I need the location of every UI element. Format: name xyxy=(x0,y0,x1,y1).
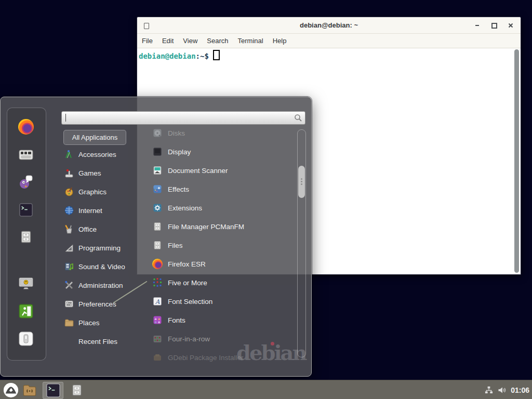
file-cabinet-icon xyxy=(19,230,33,244)
app-list-scrollbar-track[interactable] xyxy=(297,129,306,357)
volume-icon[interactable] xyxy=(497,385,507,395)
sidebar-log-out-button[interactable] xyxy=(18,303,34,319)
app-item-disks[interactable]: Disks xyxy=(152,124,292,142)
sidebar-pidgin-button[interactable] xyxy=(18,174,34,190)
app-label: File Manager PCManFM xyxy=(168,223,244,231)
desktop: debian@debian: ~ File Edit View Search T… xyxy=(0,0,532,399)
taskbar-file-manager-button[interactable] xyxy=(69,382,85,398)
terminal-icon xyxy=(19,203,33,217)
app-label: Document Scanner xyxy=(168,167,228,175)
display-icon xyxy=(152,147,163,157)
category-label: Accessories xyxy=(78,151,116,158)
sidebar-shut-down-button[interactable] xyxy=(18,331,34,347)
taskbar-terminal-button[interactable] xyxy=(43,382,63,399)
sidebar-lock-screen-button[interactable] xyxy=(18,276,34,291)
all-applications-label: All Applications xyxy=(72,134,117,141)
category-label: Programming xyxy=(78,244,121,252)
terminal-scrollbar[interactable] xyxy=(514,49,519,273)
clock[interactable]: 01:06 xyxy=(511,386,529,394)
category-label: Administration xyxy=(78,282,123,289)
minimize-icon xyxy=(475,25,479,26)
app-label: Fonts xyxy=(168,316,185,324)
file-cabinet-icon xyxy=(152,221,163,232)
app-label: Four-in-a-row xyxy=(168,335,210,343)
category-item-recent-files[interactable]: Recent Files xyxy=(64,332,142,351)
minimize-button[interactable] xyxy=(473,21,481,30)
terminal-menubar: File Edit View Search Terminal Help xyxy=(137,34,521,48)
category-item-games[interactable]: Games xyxy=(64,164,142,182)
software-keys-icon xyxy=(18,147,34,163)
app-item-five-or-more[interactable]: Five or More xyxy=(152,273,292,292)
app-label: Disks xyxy=(168,129,185,137)
menu-file[interactable]: File xyxy=(137,34,157,48)
close-icon xyxy=(508,23,513,28)
disks-icon xyxy=(152,128,163,138)
category-item-sound-video[interactable]: Sound & Video xyxy=(64,257,142,276)
app-label: Display xyxy=(168,148,191,156)
category-item-accessories[interactable]: Accessories xyxy=(64,145,142,164)
log-out-icon xyxy=(19,304,33,318)
folder-icon xyxy=(22,383,37,397)
app-item-files[interactable]: Files xyxy=(152,236,292,255)
scrollbar-grip-icon xyxy=(301,178,302,180)
category-label: Office xyxy=(78,225,97,233)
app-item-document-scanner[interactable]: Document Scanner xyxy=(152,161,292,180)
no-icon-spacer xyxy=(64,336,74,347)
app-label: Five or More xyxy=(168,279,207,287)
category-item-office[interactable]: Office xyxy=(64,220,142,238)
sidebar-files-button[interactable] xyxy=(18,229,34,245)
administration-icon xyxy=(64,280,74,290)
app-item-font-selection[interactable]: A Font Selection xyxy=(152,292,292,311)
taskbar-menu-button[interactable] xyxy=(3,382,19,398)
category-item-internet[interactable]: Internet xyxy=(64,201,142,220)
debian-swirl-dot-icon xyxy=(271,342,274,345)
prompt-user-host: debian@debian xyxy=(139,52,196,60)
four-in-a-row-icon xyxy=(152,334,163,344)
app-item-extensions[interactable]: Extensions xyxy=(152,198,292,217)
category-item-programming[interactable]: Programming xyxy=(64,238,142,257)
app-list-scrollbar-thumb[interactable] xyxy=(298,166,305,198)
sidebar-software-button[interactable] xyxy=(18,147,34,163)
pidgin-icon xyxy=(18,174,34,190)
maximize-button[interactable] xyxy=(490,21,498,30)
category-item-graphics[interactable]: Graphics xyxy=(64,182,142,201)
all-applications-button[interactable]: All Applications xyxy=(63,130,126,145)
category-label: Recent Files xyxy=(78,338,117,345)
app-item-display[interactable]: Display xyxy=(152,142,292,161)
sidebar-firefox-button[interactable] xyxy=(18,119,34,135)
shell-prompt: debian@debian:~$ xyxy=(139,50,220,60)
terminal-cursor xyxy=(213,50,220,60)
menu-view[interactable]: View xyxy=(178,34,202,48)
sidebar-terminal-button[interactable] xyxy=(18,202,34,218)
preferences-icon xyxy=(64,299,74,309)
shut-down-icon xyxy=(18,331,34,347)
terminal-icon xyxy=(46,383,60,397)
document-scanner-icon xyxy=(152,165,163,176)
category-label: Games xyxy=(78,169,101,177)
close-button[interactable] xyxy=(507,21,515,30)
category-label: Preferences xyxy=(78,300,116,308)
menu-edit[interactable]: Edit xyxy=(157,34,178,48)
terminal-titlebar[interactable]: debian@debian: ~ xyxy=(137,17,521,34)
category-item-places[interactable]: Places xyxy=(64,313,142,332)
extensions-gear-icon xyxy=(152,203,163,213)
network-icon[interactable] xyxy=(484,385,493,394)
category-item-preferences[interactable]: Preferences xyxy=(64,295,142,313)
svg-text:a: a xyxy=(155,320,157,324)
sound-video-icon xyxy=(64,261,74,272)
category-label: Sound & Video xyxy=(78,263,125,271)
search-input[interactable] xyxy=(65,113,288,122)
menu-help[interactable]: Help xyxy=(268,34,291,48)
taskbar-desktop-folder-button[interactable] xyxy=(21,382,38,398)
games-icon xyxy=(64,168,74,178)
category-label: Places xyxy=(78,319,100,327)
app-item-fonts[interactable]: a a a a Fonts xyxy=(152,311,292,329)
menu-logo-icon xyxy=(3,382,19,398)
prompt-path: :~$ xyxy=(196,52,209,60)
app-item-file-manager-pcmanfm[interactable]: File Manager PCManFM xyxy=(152,217,292,236)
menu-search[interactable]: Search xyxy=(202,34,233,48)
app-item-firefox-esr[interactable]: Firefox ESR xyxy=(152,255,292,273)
menu-terminal[interactable]: Terminal xyxy=(233,34,268,48)
app-item-effects[interactable]: Effects xyxy=(152,180,292,198)
app-label: Font Selection xyxy=(168,298,212,305)
